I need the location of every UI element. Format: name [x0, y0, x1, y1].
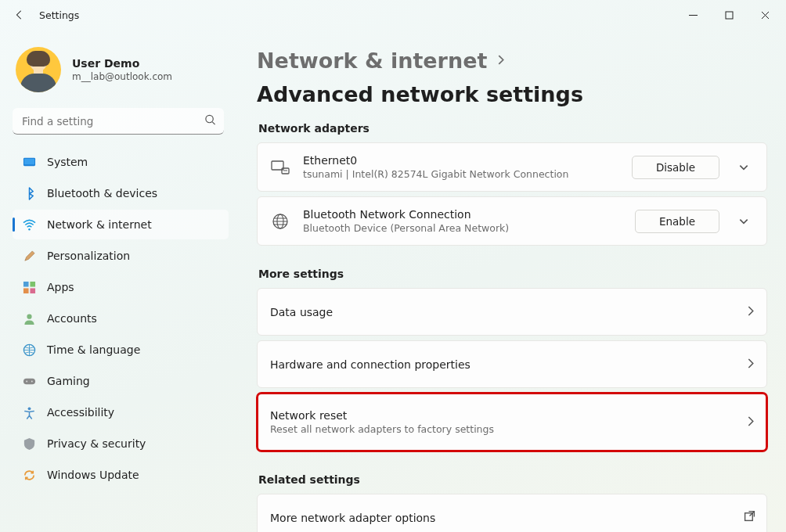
- paintbrush-icon: [22, 249, 36, 263]
- sidebar-item-label: Bluetooth & devices: [47, 187, 157, 200]
- sidebar-item-gaming[interactable]: Gaming: [13, 366, 229, 396]
- accessibility-icon: [22, 405, 36, 419]
- svg-rect-7: [23, 288, 28, 293]
- svg-point-4: [28, 228, 30, 229]
- person-icon: [22, 311, 36, 325]
- svg-rect-8: [30, 288, 35, 293]
- sidebar-item-accessibility[interactable]: Accessibility: [13, 397, 229, 427]
- back-button[interactable]: [6, 3, 33, 27]
- sidebar-item-bluetooth[interactable]: Bluetooth & devices: [13, 178, 229, 208]
- svg-rect-5: [23, 281, 28, 286]
- svg-rect-6: [30, 281, 35, 286]
- sidebar-item-label: Apps: [47, 281, 74, 293]
- arrow-left-icon: [14, 9, 25, 20]
- sidebar-item-update[interactable]: Windows Update: [13, 460, 229, 490]
- adapter-desc: Bluetooth Device (Personal Area Network): [303, 222, 622, 234]
- more-item-data-usage[interactable]: Data usage: [257, 288, 767, 336]
- link-title: Hardware and connection properties: [270, 358, 733, 371]
- globe-clock-icon: [22, 343, 36, 357]
- close-icon: [761, 11, 770, 20]
- adapter-desc: tsunami | Intel(R) 82574L Gigabit Networ…: [303, 168, 619, 180]
- gamepad-icon: [22, 374, 36, 388]
- svg-rect-0: [726, 12, 733, 19]
- sidebar-item-label: Privacy & security: [47, 437, 146, 450]
- sidebar-item-accounts[interactable]: Accounts: [13, 304, 229, 333]
- minimize-icon: [689, 11, 698, 20]
- svg-rect-11: [23, 378, 34, 384]
- expand-button[interactable]: [732, 162, 755, 173]
- sidebar-item-time[interactable]: Time & language: [13, 335, 229, 365]
- breadcrumb: Network & internet Advanced network sett…: [257, 49, 767, 106]
- chevron-right-icon: [745, 304, 755, 319]
- section-title-more: More settings: [258, 268, 767, 280]
- open-external-icon: [744, 510, 755, 525]
- maximize-button[interactable]: [711, 3, 747, 27]
- sidebar-item-label: Accessibility: [47, 406, 114, 419]
- svg-point-9: [27, 314, 31, 318]
- section-title-related: Related settings: [258, 473, 767, 486]
- chevron-right-icon: [496, 53, 507, 68]
- adapter-name: Bluetooth Network Connection: [303, 208, 622, 221]
- chevron-right-icon: [745, 357, 755, 372]
- chevron-down-icon: [738, 162, 749, 173]
- sidebar-item-label: Time & language: [47, 343, 140, 356]
- bluetooth-icon: [22, 186, 36, 200]
- chevron-down-icon: [738, 216, 749, 227]
- sidebar-item-label: Accounts: [47, 312, 97, 325]
- user-email: m__lab@outlook.com: [72, 71, 172, 82]
- globe-icon: [270, 213, 290, 230]
- search-box: [13, 108, 224, 135]
- link-title: Network reset: [270, 409, 733, 422]
- search-input[interactable]: [13, 108, 224, 135]
- user-name: User Demo: [72, 57, 172, 70]
- close-button[interactable]: [747, 3, 783, 27]
- sidebar-item-label: System: [47, 156, 88, 168]
- link-subtitle: Reset all network adapters to factory se…: [270, 423, 733, 435]
- svg-point-12: [26, 380, 27, 382]
- avatar: [16, 47, 61, 92]
- expand-button[interactable]: [732, 216, 755, 227]
- sidebar-item-label: Windows Update: [47, 469, 139, 481]
- shield-icon: [22, 437, 36, 451]
- related-item-adapter-options[interactable]: More network adapter options: [257, 494, 767, 532]
- more-item-network-reset[interactable]: Network reset Reset all network adapters…: [257, 393, 767, 451]
- svg-point-13: [31, 380, 32, 382]
- sidebar-item-label: Gaming: [47, 375, 90, 387]
- user-profile[interactable]: User Demo m__lab@outlook.com: [13, 36, 229, 106]
- sidebar: User Demo m__lab@outlook.com System Blue…: [0, 30, 235, 532]
- wifi-icon: [22, 217, 36, 232]
- nav-list: System Bluetooth & devices Network & int…: [13, 147, 229, 490]
- sidebar-item-label: Personalization: [47, 250, 130, 262]
- disable-button[interactable]: Disable: [632, 156, 719, 179]
- enable-button[interactable]: Enable: [635, 210, 719, 233]
- breadcrumb-parent[interactable]: Network & internet: [257, 49, 487, 73]
- minimize-button[interactable]: [675, 3, 711, 27]
- svg-rect-3: [23, 158, 34, 164]
- main-content: Network & internet Advanced network sett…: [235, 30, 786, 532]
- svg-point-14: [27, 407, 31, 410]
- system-icon: [22, 155, 36, 169]
- ethernet-icon: [270, 160, 290, 175]
- app-title: Settings: [39, 9, 79, 21]
- adapter-card-ethernet[interactable]: Ethernet0 tsunami | Intel(R) 82574L Giga…: [257, 142, 767, 192]
- maximize-icon: [725, 11, 734, 20]
- more-item-hardware[interactable]: Hardware and connection properties: [257, 340, 767, 388]
- adapter-card-bluetooth[interactable]: Bluetooth Network Connection Bluetooth D…: [257, 196, 767, 246]
- sidebar-item-apps[interactable]: Apps: [13, 272, 229, 302]
- apps-icon: [22, 280, 36, 294]
- sidebar-item-privacy[interactable]: Privacy & security: [13, 429, 229, 458]
- search-icon: [204, 114, 216, 129]
- chevron-right-icon: [745, 415, 755, 430]
- sidebar-item-network[interactable]: Network & internet: [13, 210, 229, 239]
- sidebar-item-label: Network & internet: [47, 218, 152, 231]
- sidebar-item-personalization[interactable]: Personalization: [13, 241, 229, 271]
- sidebar-item-system[interactable]: System: [13, 147, 229, 177]
- link-title: More network adapter options: [270, 512, 731, 524]
- svg-point-1: [206, 115, 213, 122]
- update-icon: [22, 468, 36, 482]
- section-title-adapters: Network adapters: [258, 122, 767, 135]
- link-title: Data usage: [270, 306, 733, 318]
- adapter-name: Ethernet0: [303, 154, 619, 167]
- page-title: Advanced network settings: [257, 82, 583, 106]
- title-bar: Settings: [0, 0, 786, 30]
